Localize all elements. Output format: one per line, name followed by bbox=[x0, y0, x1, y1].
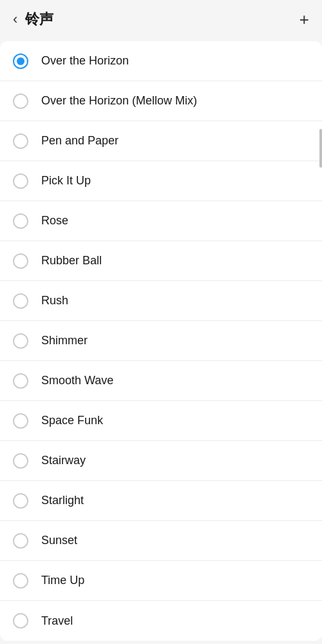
radio-button[interactable] bbox=[13, 54, 28, 69]
radio-button[interactable] bbox=[13, 533, 28, 549]
ringtone-label: Sunset bbox=[41, 534, 77, 547]
list-item[interactable]: Starlight bbox=[0, 481, 322, 521]
list-item[interactable]: Shimmer bbox=[0, 321, 322, 361]
add-icon[interactable]: + bbox=[299, 11, 309, 28]
list-item[interactable]: Sunset bbox=[0, 521, 322, 561]
ringtone-label: Travel bbox=[41, 614, 73, 628]
radio-button[interactable] bbox=[13, 493, 28, 509]
radio-button[interactable] bbox=[13, 253, 28, 269]
scrollbar-indicator bbox=[319, 129, 322, 168]
radio-button[interactable] bbox=[13, 93, 28, 109]
ringtone-label: Rubber Ball bbox=[41, 254, 102, 268]
ringtone-label: Over the Horizon bbox=[41, 54, 129, 68]
ringtone-label: Space Funk bbox=[41, 414, 103, 427]
header-left: ‹ 铃声 bbox=[13, 10, 53, 29]
ringtone-label: Over the Horizon (Mellow Mix) bbox=[41, 94, 197, 108]
header: ‹ 铃声 + bbox=[0, 0, 322, 39]
ringtone-label: Starlight bbox=[41, 494, 84, 507]
radio-button[interactable] bbox=[13, 413, 28, 429]
ringtone-label: Pen and Paper bbox=[41, 134, 118, 148]
list-item[interactable]: Travel bbox=[0, 601, 322, 641]
list-item[interactable]: Smooth Wave bbox=[0, 361, 322, 401]
ringtone-label: Stairway bbox=[41, 454, 86, 467]
radio-button[interactable] bbox=[13, 333, 28, 349]
ringtone-label: Rush bbox=[41, 294, 68, 307]
list-item[interactable]: Over the Horizon (Mellow Mix) bbox=[0, 81, 322, 121]
list-item[interactable]: Rose bbox=[0, 201, 322, 241]
ringtone-label: Rose bbox=[41, 214, 68, 228]
list-item[interactable]: Pen and Paper bbox=[0, 121, 322, 161]
list-item[interactable]: Rubber Ball bbox=[0, 241, 322, 281]
list-item[interactable]: Stairway bbox=[0, 441, 322, 481]
list-item[interactable]: Space Funk bbox=[0, 401, 322, 441]
ringtone-list: Over the HorizonOver the Horizon (Mellow… bbox=[0, 41, 322, 641]
header-title: 铃声 bbox=[25, 10, 53, 29]
ringtone-label: Smooth Wave bbox=[41, 374, 113, 387]
ringtone-label: Shimmer bbox=[41, 334, 88, 347]
list-item[interactable]: Time Up bbox=[0, 561, 322, 601]
list-item[interactable]: Over the Horizon bbox=[0, 41, 322, 81]
radio-button[interactable] bbox=[13, 573, 28, 589]
ringtone-label: Time Up bbox=[41, 574, 84, 587]
back-icon[interactable]: ‹ bbox=[13, 12, 17, 26]
ringtone-label: Pick It Up bbox=[41, 174, 91, 188]
list-item[interactable]: Pick It Up bbox=[0, 161, 322, 201]
radio-button[interactable] bbox=[13, 613, 28, 629]
radio-button[interactable] bbox=[13, 293, 28, 309]
list-item[interactable]: Rush bbox=[0, 281, 322, 321]
radio-button[interactable] bbox=[13, 173, 28, 189]
radio-button[interactable] bbox=[13, 373, 28, 389]
radio-button[interactable] bbox=[13, 453, 28, 469]
radio-button[interactable] bbox=[13, 213, 28, 229]
radio-button[interactable] bbox=[13, 133, 28, 149]
